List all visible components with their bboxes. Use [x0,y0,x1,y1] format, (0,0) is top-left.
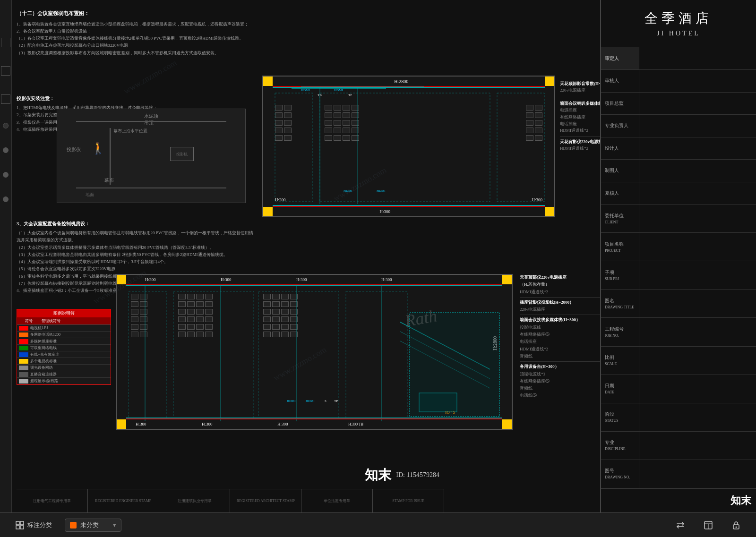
seat [352,128,359,133]
window-btn[interactable] [698,518,719,533]
seat [196,332,204,337]
seat [140,301,147,307]
seat [334,128,341,133]
legend-row-2: 多网络电话机1200 [17,332,111,338]
value-scale [639,346,756,375]
seat [263,324,271,330]
h300-b1: H:300 [136,422,146,426]
seat [272,316,280,322]
ann-title-1: 天花顶部影音常数(H=2000） [560,80,600,87]
exchange-btn[interactable] [670,518,691,533]
seat [263,301,271,307]
dropdown-arrow-icon: ▾ [113,521,116,529]
corner-bl-top [263,207,273,216]
h2800-right: H:2800 [492,336,498,350]
seat [526,128,533,133]
legend-txt-2: 多网络电话机1200 [30,332,60,337]
h2800-label: H:2800 [394,79,408,84]
value-date [639,375,756,403]
info-table: 审定人 审核人 项目总监 专业负责人 设计人 制图人 复核人 委托单位CLIE [601,47,756,488]
stamp-2: REGISTERED ENGINEER STAMP [88,489,159,512]
value-discipline [639,431,756,460]
stamp-5: 单位法定专用章 [301,489,373,512]
label-drawno: 图号DRAWING NO. [601,460,639,488]
seat [178,309,186,315]
marker-1 [1,38,10,47]
right-panel-footer: 知末 [601,488,756,512]
seat [205,301,213,307]
fp-svg-bottom [117,275,512,429]
value-zhitu [639,160,756,182]
seat [187,309,195,315]
seat [290,316,298,322]
seat [343,105,350,111]
svg-rect-19 [419,393,457,412]
zhimo-right-logo: 知末 [730,494,751,508]
legend-txt-5: 有线+光有效应连 [30,352,59,357]
seat [290,294,298,299]
lock-btn[interactable] [726,518,747,533]
seat [284,135,292,141]
seat [263,332,271,337]
seats-right [526,105,542,141]
tp-1: TP [348,93,352,97]
seat [205,309,213,315]
seat [140,324,147,330]
value-status [639,403,756,431]
label-shenhe: 审核人 [601,70,639,93]
table-row: 阶段STATUS [601,403,756,431]
zhimo-logo: 知末 [365,466,391,484]
seat [272,324,280,330]
value-drawno [639,460,756,488]
label-client: 委托单位CLIENT [601,205,639,233]
seat [325,135,332,141]
main-text-section: （十二）会议室强弱电布置图： 1、装备弱电装置各会议室宜地埋靠墙位置适当小型插座… [17,9,258,57]
seat [526,120,533,126]
annotation-btn[interactable]: 标注分类 [9,518,58,533]
seat [275,112,283,118]
seat [343,128,350,133]
h300-tb: H:300 TB [348,422,363,426]
seat [263,316,271,322]
legend-sym-1 [19,326,28,331]
legend-row-1: 电视机LBJ [17,325,111,332]
section-title: （十二）会议室强弱电布置图： [17,9,258,18]
seat [187,332,195,337]
seat [140,309,147,315]
stamp-4: REGISTERED ARCHITECT STAMP [230,489,301,512]
seat [526,135,533,141]
s-label: S [325,399,326,403]
seat [334,112,341,118]
svg-rect-22 [16,526,19,529]
h300-bot-4: H:300 [381,277,392,282]
seat [290,309,298,315]
marker-6 [3,172,9,178]
label-zhuanye: 专业负责人 [601,115,639,137]
seat [205,324,213,330]
seat [352,105,359,111]
value-zhuanye [639,115,756,137]
ann2-i2: 220v电源插座 [520,306,600,313]
value-drawtitle [639,290,756,318]
section-body-3: （1）各会议室工程套弱电架适量音像多媒体接线机分量接地2根单孔铜50 PVC管采… [17,35,258,42]
table-row: 比例SCALE [601,346,756,375]
seat [187,301,195,307]
seat [205,294,213,299]
section-body-1: 1、装备弱电装置各会议室宜地埋靠墙位置适当小型插座盘弱电箱，根据远程服务需求，应… [17,21,258,28]
seat [178,332,186,337]
corner-tl-top [263,77,273,86]
hotel-name-text: 全季酒店 [610,9,747,27]
seat [263,294,271,299]
teal-bot [126,418,502,418]
ann-item-3: HDMI通道线*2 [560,145,600,152]
table-row: 制图人 [601,160,756,182]
seat [196,301,204,307]
legend-sym-6 [19,359,28,364]
seat [334,120,341,126]
right-panel: 全季酒店 JI HOTEL 审定人 审核人 项目总监 专业负责人 设计人 制图人 [600,0,756,512]
category-dropdown[interactable]: 未分类 ▾ [65,519,121,532]
conf-note-4: （4）大会议室墙端到拱接到操量受取所以时 HDMI端口2个，3.5寸音频端口4个… [17,258,258,265]
svg-point-28 [736,526,737,528]
conf-note-3: （3）大会议室工程套弱电套是弱电由其固多弱电有条目 2根多类50 PVC管线，各… [17,251,258,258]
drawing-area: www.znzmo.com www.znzmo.com www.znzmo.co… [0,0,600,512]
